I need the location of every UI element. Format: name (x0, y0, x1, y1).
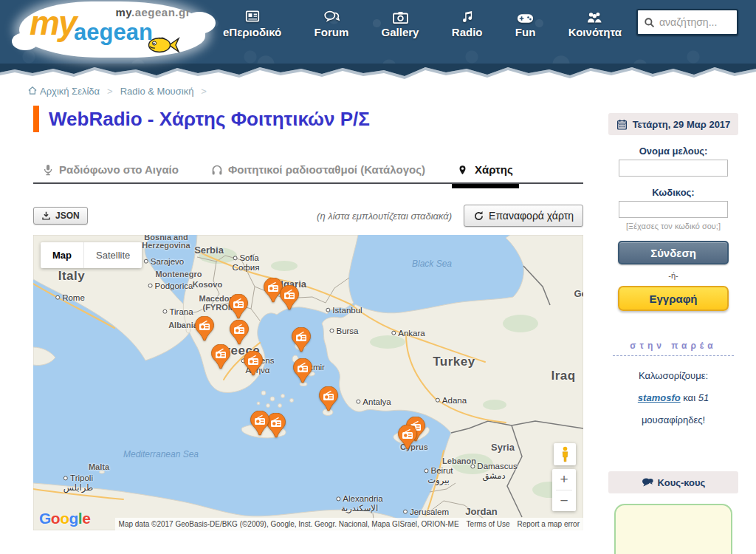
map-markers-layer (33, 235, 583, 530)
music-note-icon (461, 7, 474, 24)
breadcrumb-separator: > (107, 86, 113, 97)
microphone-icon (42, 164, 54, 176)
radio-station-marker[interactable] (293, 358, 312, 383)
newspaper-icon (244, 7, 261, 24)
community-heading: στην παρέα (613, 341, 734, 356)
street-view-pegman[interactable] (554, 443, 576, 465)
site-logo[interactable]: my.aegean.gr my aegean (19, 1, 205, 58)
radio-station-marker[interactable] (195, 316, 214, 341)
report-map-error-link[interactable]: Report a map error (514, 518, 583, 530)
map-attribution: Map data ©2017 GeoBasis-DE/BKG (©2009), … (33, 518, 583, 530)
map-type-map-button[interactable]: Map (41, 242, 84, 268)
password-field[interactable] (619, 201, 728, 218)
nav-item-κοινότητα[interactable]: Κοινότητα (568, 7, 622, 38)
map-type-satellite-button[interactable]: Satellite (84, 242, 142, 268)
calendar-icon (616, 119, 628, 130)
radio-station-marker[interactable] (229, 294, 248, 319)
tab-radio-aegean[interactable]: Ραδιόφωνο στο Αιγαίο (42, 163, 179, 182)
guests-text: μουσαφίρηδες! (608, 409, 738, 431)
zoom-in-button[interactable]: + (552, 469, 576, 490)
radio-station-marker[interactable] (319, 386, 338, 411)
download-icon (41, 211, 51, 221)
breadcrumb: Αρχική Σελίδα > Radio & Μουσική > (0, 80, 756, 97)
terms-of-use-link[interactable]: Terms of Use (463, 518, 514, 530)
login-button[interactable]: Σύνδεση (618, 241, 729, 264)
attribution-text: Map data ©2017 GeoBasis-DE/BKG (©2009), … (115, 518, 463, 530)
date-banner: Τετάρτη, 29 Μαρ 2017 (608, 113, 738, 135)
headphones-icon (211, 164, 223, 176)
password-label: Κωδικος: (608, 187, 738, 198)
tab-bar: Ραδιόφωνο στο Αιγαίο Φοιτητικοί ραδιοστα… (33, 163, 583, 184)
radio-station-marker[interactable] (244, 351, 263, 376)
radio-station-marker[interactable] (250, 411, 269, 436)
gallery-icon (393, 7, 408, 24)
username-field[interactable] (619, 160, 728, 177)
breadcrumb-separator: > (201, 86, 207, 97)
map-pin-icon (458, 164, 470, 176)
logo-brand-aegean: aegean (74, 19, 153, 46)
breadcrumb-home-link[interactable]: Αρχική Σελίδα (28, 86, 100, 97)
zoom-out-button[interactable]: − (552, 490, 576, 511)
radio-station-marker[interactable] (280, 285, 299, 310)
welcome-text: Καλωσορίζουμε: (608, 365, 738, 387)
nav-item-radio[interactable]: Radio (452, 7, 483, 38)
community-section: στην παρέα Καλωσορίζουμε: stamosfo και 5… (608, 341, 738, 431)
nav-item-gallery[interactable]: Gallery (382, 7, 419, 38)
page-title: WebRadio - Χάρτης Φοιτητικών Ρ/Σ (49, 108, 370, 131)
reset-map-button[interactable]: Επαναφορά χάρτη (464, 205, 583, 227)
map-toolbar: JSON (η λίστα εμπλουτίζεται σταδιακά) Επ… (33, 205, 583, 227)
main-content: WebRadio - Χάρτης Φοιτητικών Ρ/Σ Ραδιόφω… (33, 97, 583, 554)
torn-edge-decoration (0, 64, 756, 80)
chat-bubbles-icon (642, 477, 653, 488)
google-map[interactable]: ItalyRomeBosnia andHerzegovinaSarajevoSe… (33, 235, 583, 530)
radio-station-marker[interactable] (230, 320, 249, 345)
page: my.aegean.gr my aegean eΠεριοδικόForumGa… (0, 0, 756, 554)
zoom-control: + − (552, 469, 576, 511)
member-link[interactable]: stamosfo (638, 392, 681, 403)
register-button[interactable]: Εγγραφή (618, 286, 729, 311)
shoutbox[interactable] (614, 504, 732, 554)
fish-icon (146, 35, 180, 58)
username-label: Ονομα μελους: (608, 146, 738, 157)
breadcrumb-section-link[interactable]: Radio & Μουσική (120, 86, 194, 97)
search-icon (644, 17, 655, 28)
sidebar: Τετάρτη, 29 Μαρ 2017 Ονομα μελους: Κωδικ… (608, 97, 738, 554)
forgot-password-link[interactable]: [Ξέχασες τον κωδικό σου;] (608, 222, 738, 230)
nav-item-forum[interactable]: Forum (315, 7, 349, 38)
online-users-line: stamosfo και 51 (608, 387, 738, 409)
login-form: Ονομα μελους: Κωδικος: [Ξέχασες τον κωδι… (608, 146, 738, 311)
search-box (636, 9, 738, 35)
map-type-control: Map Satellite (41, 242, 142, 268)
shoutbox-heading: Κους-κους (608, 471, 738, 493)
tab-map[interactable]: Χάρτης (458, 163, 513, 182)
radio-station-marker[interactable] (292, 327, 311, 352)
gamepad-icon (517, 7, 534, 24)
main-nav: eΠεριοδικόForumGalleryRadioFunΚοινότητα (223, 7, 622, 38)
refresh-icon (473, 211, 484, 222)
community-icon (586, 7, 603, 24)
title-accent-bar (33, 106, 39, 132)
tab-student-stations[interactable]: Φοιτητικοί ραδιοσταθμοί (Κατάλογος) (211, 163, 425, 182)
logo-domain: my.aegean.gr (115, 6, 190, 18)
radio-station-marker[interactable] (211, 344, 230, 369)
radio-station-marker[interactable] (398, 425, 417, 450)
google-logo[interactable]: Google (39, 510, 90, 527)
logo-brand-my: my (30, 3, 75, 43)
or-separator: -ή- (608, 271, 738, 280)
json-download-button[interactable]: JSON (33, 207, 88, 225)
site-header: my.aegean.gr my aegean eΠεριοδικόForumGa… (0, 0, 756, 64)
list-note: (η λίστα εμπλουτίζεται σταδιακά) (317, 211, 452, 222)
search-input[interactable] (659, 16, 731, 28)
nav-item-eπεριοδικό[interactable]: eΠεριοδικό (223, 7, 281, 38)
home-icon (28, 86, 37, 97)
nav-item-fun[interactable]: Fun (515, 7, 536, 38)
forum-icon (323, 7, 340, 24)
